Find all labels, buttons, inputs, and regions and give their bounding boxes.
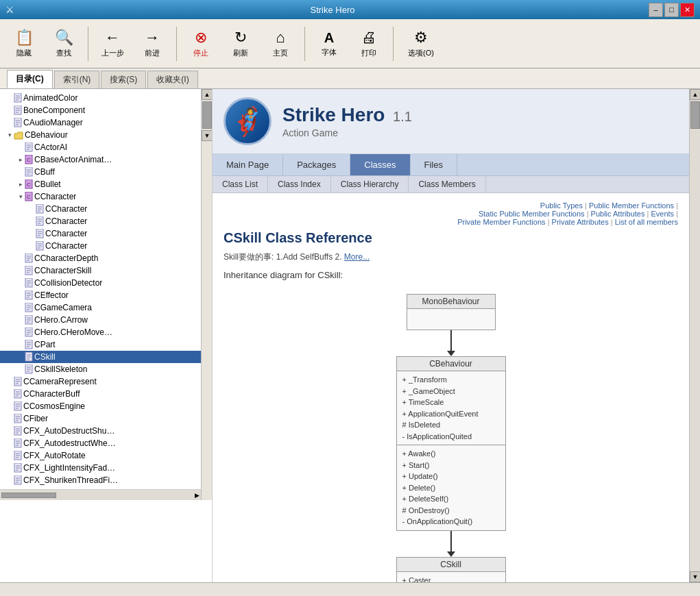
tree-item-CBullet[interactable]: ▸CCBullet bbox=[0, 178, 201, 190]
close-button[interactable]: ✕ bbox=[680, 3, 695, 17]
tree-item-CCharacter_parent[interactable]: ▾CCCharacter bbox=[0, 190, 201, 203]
link-static-public-member-functions[interactable]: Static Public Member Functions bbox=[479, 210, 585, 218]
print-button[interactable]: 🖨 打印 bbox=[350, 23, 387, 64]
tree-item-CBehaviour[interactable]: ▾CBehaviour bbox=[0, 129, 201, 141]
sub-nav-class-list[interactable]: Class List bbox=[213, 176, 268, 193]
tab-index[interactable]: 索引(N) bbox=[54, 71, 100, 88]
content-vscroll-up[interactable]: ▲ bbox=[690, 89, 700, 100]
cbehaviour-attrs: + _Transform+ _GameObject+ TimeScale+ Ap… bbox=[397, 371, 505, 445]
tree-item-CCharacter4[interactable]: CCharacter bbox=[0, 240, 201, 252]
tab-toc[interactable]: 目录(C) bbox=[7, 70, 53, 88]
options-button[interactable]: ⚙ 选项(O) bbox=[399, 23, 443, 64]
tree-item-CBaseActorAnimat[interactable]: ▸CCBaseActorAnimat… bbox=[0, 153, 201, 166]
class-desc: Skill要做的事: 1.Add SelfBuffs 2. More... bbox=[224, 251, 678, 263]
content-vscroll-thumb[interactable] bbox=[690, 101, 700, 129]
tree-item-CFX_AutoDestructShu[interactable]: CFX_AutoDestructShu… bbox=[0, 425, 201, 437]
tree-item-CCharacterBuff[interactable]: CCharacterBuff bbox=[0, 388, 201, 400]
back-button[interactable]: ← 上一步 bbox=[94, 23, 131, 64]
tree-item-CBuff[interactable]: CBuff bbox=[0, 166, 201, 178]
content-vscroll-down[interactable]: ▼ bbox=[690, 571, 700, 582]
sub-nav-class-hierarchy[interactable]: Class Hierarchy bbox=[331, 176, 409, 193]
home-button[interactable]: ⌂ 主页 bbox=[262, 23, 299, 64]
tree-item-CFX_AutoRotate[interactable]: CFX_AutoRotate bbox=[0, 449, 201, 462]
tree-item-CCosmosEngine[interactable]: CCosmosEngine bbox=[0, 400, 201, 412]
tree-icon-CGameCamera bbox=[25, 303, 33, 312]
stop-button[interactable]: ⊗ 停止 bbox=[182, 23, 219, 64]
arrow-1 bbox=[447, 330, 455, 356]
app-name: Strike Hero bbox=[282, 104, 385, 125]
tree-item-CCollisionDetector[interactable]: CCollisionDetector bbox=[0, 277, 201, 289]
tree-item-CActorAI[interactable]: CActorAI bbox=[0, 141, 201, 153]
tree-icon-CCharacterSkill bbox=[25, 266, 33, 275]
tree-icon-CFX_LightIntensityFad bbox=[14, 463, 22, 473]
tree-item-AnimatedColor[interactable]: AnimatedColor bbox=[0, 92, 201, 104]
nav-files[interactable]: Files bbox=[411, 154, 457, 175]
tree-icon-CBaseActorAnimat: C bbox=[25, 155, 33, 164]
tree-item-CCharacter1[interactable]: CCharacter bbox=[0, 203, 201, 215]
tree-item-CEffector[interactable]: CEffector bbox=[0, 289, 201, 301]
tree-item-CFX_AutodestructWhe[interactable]: CFX_AutodestructWhe… bbox=[0, 437, 201, 449]
font-button[interactable]: A 字体 bbox=[311, 23, 348, 64]
sub-nav-class-index[interactable]: Class Index bbox=[268, 176, 331, 193]
tree-item-CGameCamera[interactable]: CGameCamera bbox=[0, 301, 201, 314]
link-list-all-members[interactable]: List of all members bbox=[615, 218, 678, 226]
inherit-title: Inheritance diagram for CSkill: bbox=[224, 270, 678, 280]
sidebar-scrollbar-x[interactable]: ▶ bbox=[0, 489, 201, 500]
more-link[interactable]: More... bbox=[344, 252, 370, 262]
cskill-box-title: CSkill bbox=[397, 558, 505, 572]
tree-item-CSkillSkeleton[interactable]: CSkillSkeleton bbox=[0, 363, 201, 375]
tree-icon-CCharacter3 bbox=[36, 229, 44, 238]
content-vscroll[interactable]: ▲ ▼ bbox=[689, 89, 700, 582]
tree-item-CCharacter3[interactable]: CCharacter bbox=[0, 227, 201, 240]
tree-icon-AnimatedColor bbox=[14, 93, 22, 103]
hscroll-thumb[interactable] bbox=[1, 493, 56, 498]
tree-item-CCharacterSkill[interactable]: CCharacterSkill bbox=[0, 264, 201, 277]
hide-button[interactable]: 📋 隐藏 bbox=[5, 23, 43, 64]
tree-item-CFX_ShurikenThreadFi[interactable]: CFX_ShurikenThreadFi… bbox=[0, 474, 201, 486]
link-public-types[interactable]: Public Types bbox=[540, 201, 583, 210]
tree-item-CAudioManager[interactable]: CAudioManager bbox=[0, 116, 201, 129]
refresh-button[interactable]: ↻ 刷新 bbox=[222, 23, 259, 64]
minimize-button[interactable]: – bbox=[649, 3, 663, 17]
tab-search[interactable]: 搜索(S) bbox=[101, 71, 146, 88]
tree-item-CCharacterDepth[interactable]: CCharacterDepth bbox=[0, 252, 201, 264]
tab-favorites[interactable]: 收藏夹(I) bbox=[147, 71, 197, 88]
tree-item-CHero_CHeroMove[interactable]: CHero.CHeroMove… bbox=[0, 326, 201, 338]
main-layout: AnimatedColorBoneComponentCAudioManager▾… bbox=[0, 89, 700, 582]
tree-item-CFiber[interactable]: CFiber bbox=[0, 412, 201, 425]
font-icon: A bbox=[324, 30, 334, 46]
tree-item-CFX_LightIntensityFad[interactable]: CFX_LightIntensityFad… bbox=[0, 462, 201, 474]
tree-icon-CCharacterDepth bbox=[25, 253, 33, 263]
tree-item-BoneComponent[interactable]: BoneComponent bbox=[0, 104, 201, 116]
tree-item-CCameraRepresent[interactable]: CCameraRepresent bbox=[0, 375, 201, 388]
sidebar-vscroll[interactable]: ▲ ▼ bbox=[201, 89, 212, 500]
link-private-attributes[interactable]: Private Attributes bbox=[552, 218, 609, 226]
nav-packages[interactable]: Packages bbox=[283, 154, 350, 175]
vscroll-thumb[interactable] bbox=[202, 101, 212, 129]
sidebar-tree: AnimatedColorBoneComponentCAudioManager▾… bbox=[0, 89, 201, 489]
vscroll-down[interactable]: ▼ bbox=[202, 130, 213, 141]
find-button[interactable]: 🔍 查找 bbox=[45, 23, 82, 64]
sidebar: AnimatedColorBoneComponentCAudioManager▾… bbox=[0, 89, 213, 582]
mono-box-title: MonoBehaviour bbox=[407, 295, 495, 309]
tree-icon-CHero_CArrow bbox=[25, 315, 33, 325]
link-public-attributes[interactable]: Public Attributes bbox=[591, 210, 645, 218]
vscroll-up[interactable]: ▲ bbox=[202, 89, 213, 100]
tree-item-CPart[interactable]: CPart bbox=[0, 338, 201, 351]
tree-item-CCharacter2[interactable]: CCharacter bbox=[0, 215, 201, 227]
tree-item-CHero_CArrow[interactable]: CHero.CArrow bbox=[0, 314, 201, 326]
nav-main-page[interactable]: Main Page bbox=[213, 154, 283, 175]
tree-icon-CFX_AutodestructWhe bbox=[14, 438, 22, 448]
toolbar-sep-1 bbox=[88, 27, 88, 61]
link-events[interactable]: Events bbox=[651, 210, 674, 218]
link-public-member-functions[interactable]: Public Member Functions bbox=[589, 201, 674, 210]
forward-button[interactable]: → 前进 bbox=[134, 23, 171, 64]
nav-classes[interactable]: Classes bbox=[350, 154, 410, 175]
svg-text:C: C bbox=[27, 157, 31, 163]
sub-nav-class-members[interactable]: Class Members bbox=[409, 176, 485, 193]
hscroll-right[interactable]: ▶ bbox=[195, 492, 200, 499]
tree-item-CSkill[interactable]: CSkill bbox=[0, 351, 201, 363]
content-area: 🦸 Strike Hero 1.1 Action Game Main Page … bbox=[213, 89, 689, 582]
maximize-button[interactable]: □ bbox=[664, 3, 679, 17]
link-private-member-functions[interactable]: Private Member Functions bbox=[457, 218, 545, 226]
